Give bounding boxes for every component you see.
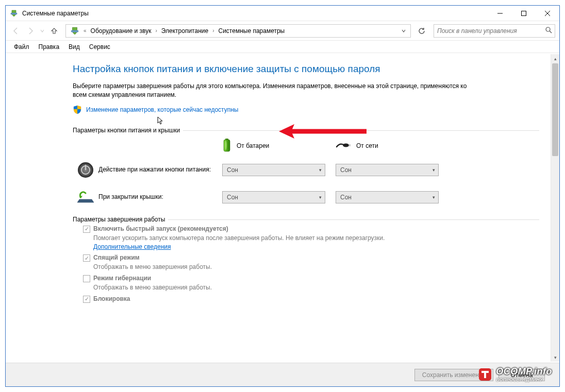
chevron-icon: ›: [153, 28, 159, 33]
group-shutdown: Параметры завершения работы: [73, 216, 539, 223]
close-button[interactable]: [536, 6, 559, 21]
battery-icon: [222, 138, 231, 154]
breadcrumb[interactable]: « Оборудование и звук › Электропитание ›…: [65, 24, 411, 38]
recent-dropdown[interactable]: [39, 25, 46, 37]
scroll-thumb[interactable]: [552, 63, 558, 156]
group-label: Параметры кнопки питания и крышки: [73, 127, 180, 134]
svg-rect-0: [11, 13, 17, 14]
minimize-button[interactable]: [488, 6, 512, 21]
svg-point-11: [343, 143, 349, 147]
svg-rect-12: [348, 144, 351, 145]
chevron-icon: ›: [210, 28, 216, 33]
group-label: Параметры завершения работы: [73, 216, 165, 223]
svg-rect-13: [348, 145, 351, 146]
menu-bar: Файл Правка Вид Сервис: [6, 41, 559, 53]
search-icon[interactable]: [542, 27, 555, 35]
svg-rect-9: [224, 140, 230, 151]
breadcrumb-icon: [70, 26, 79, 36]
svg-line-7: [550, 31, 552, 33]
page-description: Выберите параметры завершения работы для…: [73, 82, 475, 100]
lid-close-icon: [73, 190, 98, 204]
plug-icon: [336, 141, 351, 151]
refresh-button[interactable]: [415, 24, 428, 38]
hibernate-row: Режим гибернации: [83, 275, 539, 282]
column-plugged: От сети: [336, 141, 449, 151]
lock-label: Блокировка: [93, 295, 130, 302]
menu-view[interactable]: Вид: [64, 42, 84, 52]
save-button[interactable]: Сохранить изменения: [414, 369, 493, 381]
change-unavailable-settings-link[interactable]: Изменение параметров, которые сейчас нед…: [86, 106, 239, 113]
column-battery: От батареи: [222, 138, 336, 154]
sleep-desc: Отображать в меню завершения работы.: [93, 263, 539, 271]
sleep-checkbox[interactable]: [83, 254, 90, 262]
svg-rect-5: [71, 30, 78, 31]
back-button[interactable]: [10, 25, 22, 37]
power-button-icon: [73, 161, 98, 179]
window-frame: Системные параметры « Оборудование и зву…: [5, 5, 560, 387]
lock-row: Блокировка: [83, 295, 539, 303]
content-area: Настройка кнопок питания и включение защ…: [6, 54, 551, 362]
bottom-bar: Сохранить изменения Отмена: [6, 363, 559, 386]
menu-file[interactable]: Файл: [10, 42, 34, 52]
sleep-row: Спящий режим: [83, 254, 539, 262]
sleep-label: Спящий режим: [93, 254, 140, 261]
lid-close-label: При закрытии крышки:: [98, 193, 222, 201]
maximize-button[interactable]: [512, 6, 536, 21]
nav-bar: « Оборудование и звук › Электропитание ›…: [6, 21, 559, 41]
fast-startup-row: Включить быстрый запуск (рекомендуется): [83, 225, 539, 233]
menu-edit[interactable]: Правка: [35, 42, 64, 52]
vertical-scrollbar[interactable]: ▴ ▾: [551, 54, 559, 362]
fast-startup-desc: Помогает ускорить запуск компьютера посл…: [93, 234, 539, 251]
app-icon: [10, 9, 18, 18]
cancel-button[interactable]: Отмена: [498, 369, 545, 381]
hibernate-desc: Отображать в меню завершения работы.: [93, 283, 539, 292]
cursor-icon: [126, 120, 164, 127]
search-box[interactable]: [434, 24, 555, 38]
up-button[interactable]: [48, 25, 60, 37]
menu-service[interactable]: Сервис: [85, 42, 114, 52]
title-bar: Системные параметры: [6, 6, 559, 21]
forward-button[interactable]: [24, 25, 37, 37]
scroll-down-button[interactable]: ▾: [551, 353, 559, 362]
scroll-up-button[interactable]: ▴: [551, 54, 559, 63]
page-heading: Настройка кнопок питания и включение защ…: [73, 63, 539, 75]
lid-ac-combo[interactable]: Сон▾: [336, 191, 439, 203]
fast-startup-label: Включить быстрый запуск (рекомендуется): [93, 225, 228, 232]
power-button-battery-combo[interactable]: Сон▾: [222, 164, 325, 176]
power-button-action-label: Действие при нажатии кнопки питания:: [98, 166, 222, 174]
search-input[interactable]: [434, 27, 542, 35]
breadcrumb-item-hardware[interactable]: Оборудование и звук: [89, 27, 154, 35]
lid-battery-combo[interactable]: Сон▾: [222, 191, 325, 203]
breadcrumb-item-power[interactable]: Электропитание: [159, 27, 210, 35]
svg-rect-2: [522, 11, 526, 15]
breadcrumb-item-system[interactable]: Системные параметры: [216, 27, 287, 35]
hibernate-label: Режим гибернации: [93, 275, 151, 282]
svg-point-10: [225, 141, 227, 150]
lock-checkbox[interactable]: [83, 296, 90, 303]
group-power-button: Параметры кнопки питания и крышки: [73, 127, 539, 134]
window-title: Системные параметры: [22, 10, 89, 17]
fast-startup-checkbox[interactable]: [83, 226, 90, 233]
svg-point-6: [546, 27, 550, 31]
chevron-icon: «: [81, 28, 89, 33]
uac-shield-icon: [73, 105, 82, 114]
hibernate-checkbox[interactable]: [83, 275, 90, 282]
breadcrumb-dropdown[interactable]: [399, 27, 408, 35]
more-info-link[interactable]: Дополнительные сведения: [93, 243, 539, 251]
power-button-ac-combo[interactable]: Сон▾: [336, 164, 439, 176]
